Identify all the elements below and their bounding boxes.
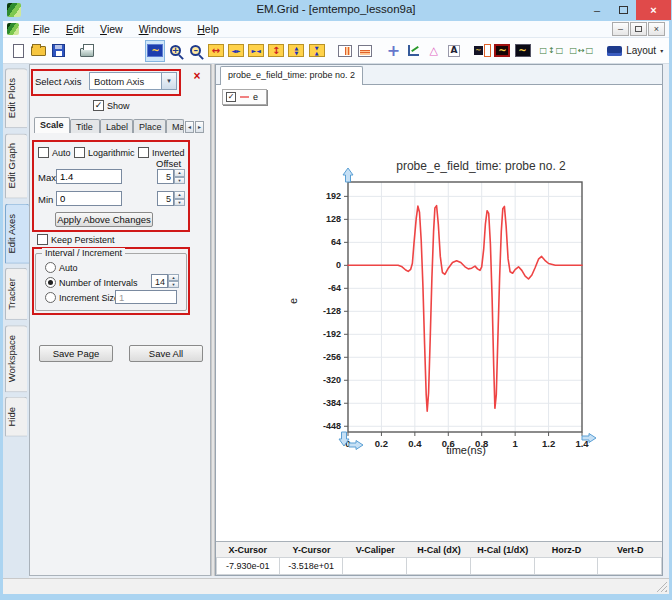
number-of-intervals-value[interactable]: 14 xyxy=(151,274,168,288)
mdi-minimize-button[interactable]: – xyxy=(612,22,629,36)
show-checkbox-row[interactable]: Show xyxy=(93,100,130,111)
show-checkbox[interactable] xyxy=(93,100,104,111)
increment-size-row[interactable]: Increment Size xyxy=(45,292,119,303)
wave-overlay-button[interactable] xyxy=(492,40,512,62)
strip-vertical-button[interactable] xyxy=(335,40,355,62)
dropdown-arrow-icon[interactable]: ▼ xyxy=(161,73,176,89)
max-input[interactable] xyxy=(56,169,122,184)
side-tab-tracker[interactable]: Tracker xyxy=(5,268,27,320)
add-cursor-button[interactable] xyxy=(383,40,403,62)
h-expand-icon xyxy=(208,44,224,57)
h-fit-icon xyxy=(248,44,264,57)
open-file-button[interactable] xyxy=(28,40,48,62)
plot-select-button[interactable] xyxy=(145,40,165,62)
spin-down-icon[interactable]: ▼ xyxy=(174,177,185,185)
legend-series-checkbox[interactable] xyxy=(226,92,236,102)
interval-auto-radio[interactable] xyxy=(45,262,56,273)
cursor-header-x-cursor: X-Cursor xyxy=(216,545,280,555)
menu-file[interactable]: File xyxy=(25,21,58,37)
logarithmic-checkbox[interactable] xyxy=(74,147,85,158)
zoom-out-button[interactable] xyxy=(186,40,206,62)
mdi-restore-button[interactable] xyxy=(630,22,647,36)
spin-down-icon[interactable]: ▼ xyxy=(168,281,179,288)
wave-window-button[interactable] xyxy=(512,40,532,62)
new-subplot-button[interactable] xyxy=(472,40,492,62)
number-of-intervals-spinner[interactable]: 14 ▲ ▼ xyxy=(151,274,179,288)
number-of-intervals-radio[interactable] xyxy=(45,277,56,288)
max-offset-value[interactable]: 5 xyxy=(157,169,174,184)
v-align-button[interactable] xyxy=(541,40,563,62)
v-compress-button[interactable] xyxy=(286,40,306,62)
keep-persistent-row[interactable]: Keep Persistent xyxy=(37,234,115,245)
new-file-button[interactable] xyxy=(8,40,28,62)
menu-view[interactable]: View xyxy=(92,21,131,37)
zoom-out-icon xyxy=(190,45,201,56)
mdi-close-button[interactable]: × xyxy=(648,22,665,36)
print-button[interactable] xyxy=(77,40,97,62)
axis-tab-title[interactable]: Title xyxy=(70,119,100,133)
min-offset-spinner[interactable]: 5 ▲ ▼ xyxy=(157,191,185,206)
side-tab-edit-plots[interactable]: Edit Plots xyxy=(5,68,27,128)
interval-auto-row[interactable]: Auto xyxy=(45,262,78,273)
inverted-checkbox-row[interactable]: Inverted xyxy=(138,147,185,158)
number-of-intervals-row[interactable]: Number of Intervals xyxy=(45,277,138,288)
select-axis-dropdown[interactable]: Bottom Axis ▼ xyxy=(89,72,177,90)
axis-tab-scale[interactable]: Scale xyxy=(34,117,70,133)
tab-scroll-left-button[interactable]: ◄ xyxy=(185,121,194,133)
spin-up-icon[interactable]: ▲ xyxy=(168,274,179,281)
side-tab-edit-axes[interactable]: Edit Axes xyxy=(5,204,29,264)
close-button[interactable]: × xyxy=(636,0,671,20)
inverted-checkbox[interactable] xyxy=(138,147,149,158)
document-tab[interactable]: probe_e_field_time: probe no. 2 xyxy=(220,66,363,85)
maximize-button[interactable] xyxy=(610,0,636,20)
h-align-button[interactable] xyxy=(571,40,593,62)
spin-up-icon[interactable]: ▲ xyxy=(174,191,185,199)
save-page-button[interactable]: Save Page xyxy=(39,345,113,362)
v-expand-button[interactable] xyxy=(266,40,286,62)
spin-down-icon[interactable]: ▼ xyxy=(174,199,185,207)
legend-series-label: e xyxy=(253,92,258,102)
layout-menu-button[interactable]: Layout▾ xyxy=(601,40,669,62)
side-tab-workspace[interactable]: Workspace xyxy=(5,325,27,392)
side-tab-hide[interactable]: Hide xyxy=(5,397,27,437)
resize-grip-icon[interactable] xyxy=(656,581,667,592)
strip-horizontal-button[interactable] xyxy=(355,40,375,62)
logarithmic-checkbox-row[interactable]: Logarithmic xyxy=(74,147,135,158)
panel-close-button[interactable]: × xyxy=(190,69,204,83)
h-expand-button[interactable] xyxy=(206,40,226,62)
add-caliper-button[interactable] xyxy=(424,40,444,62)
keep-persistent-checkbox[interactable] xyxy=(37,234,48,245)
increment-size-input[interactable] xyxy=(115,290,177,304)
axis-tab-ma[interactable]: Ma xyxy=(166,119,184,133)
menu-edit[interactable]: Edit xyxy=(58,21,92,37)
menu-windows[interactable]: Windows xyxy=(131,21,190,37)
save-file-button[interactable] xyxy=(48,40,68,62)
minimize-button[interactable]: – xyxy=(584,0,610,20)
axis-tab-label[interactable]: Label xyxy=(100,119,133,133)
axis-tab-place[interactable]: Place xyxy=(133,119,166,133)
auto-checkbox-row[interactable]: Auto xyxy=(38,147,71,158)
auto-checkbox[interactable] xyxy=(38,147,49,158)
wave-window-icon xyxy=(515,44,531,57)
interval-increment-title: Interval / Increment xyxy=(42,248,125,258)
zoom-in-button[interactable] xyxy=(165,40,185,62)
add-text-button[interactable] xyxy=(444,40,464,62)
side-tab-edit-graph[interactable]: Edit Graph xyxy=(5,133,27,198)
tab-scroll-right-button[interactable]: ► xyxy=(195,121,204,133)
h-compress-button[interactable] xyxy=(226,40,246,62)
pan-tool-button[interactable] xyxy=(125,40,145,62)
min-input[interactable] xyxy=(56,191,122,206)
pointer-tool-button[interactable] xyxy=(105,40,125,62)
max-offset-spinner[interactable]: 5 ▲ ▼ xyxy=(157,169,185,184)
pan-up-arrow-icon[interactable] xyxy=(343,168,353,182)
v-fit-button[interactable] xyxy=(307,40,327,62)
add-axes-button[interactable] xyxy=(404,40,424,62)
apply-above-changes-button[interactable]: Apply Above Changes xyxy=(55,212,153,227)
max-label: Max xyxy=(38,172,56,183)
min-offset-value[interactable]: 5 xyxy=(157,191,174,206)
save-all-button[interactable]: Save All xyxy=(129,345,203,362)
spin-up-icon[interactable]: ▲ xyxy=(174,169,185,177)
increment-size-radio[interactable] xyxy=(45,292,56,303)
h-fit-button[interactable] xyxy=(246,40,266,62)
menu-help[interactable]: Help xyxy=(189,21,227,37)
